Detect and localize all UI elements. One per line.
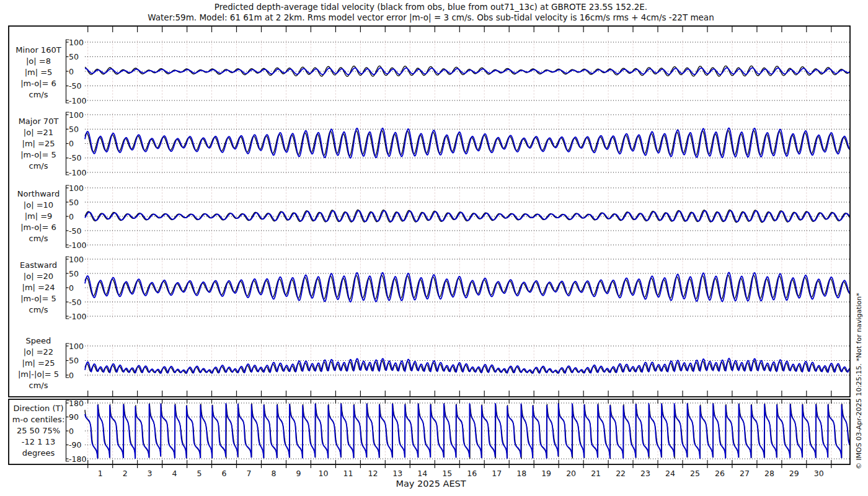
x-tick-label: 21	[591, 469, 601, 478]
panel-label-line: cm/s	[29, 381, 48, 390]
y-tick-label: -50	[69, 298, 81, 307]
y-tick-label: -100	[69, 241, 86, 250]
panel-minor: 100500-50-100Minor 160T|o| =8|m| =5|m-o|…	[16, 38, 850, 105]
panel-label-line: Eastward	[20, 260, 57, 270]
x-tick-label: 13	[392, 469, 402, 478]
x-tick-label: 7	[247, 469, 252, 478]
tidal-plot-canvas: 100500-50-100Minor 160T|o| =8|m| =5|m-o|…	[0, 0, 868, 496]
panel-label-line: |o| =8	[26, 56, 51, 66]
x-tick-label: 3	[148, 469, 153, 478]
y-tick-label: 100	[69, 342, 84, 351]
x-tick-label: 23	[640, 469, 650, 478]
y-tick-label: 0	[69, 283, 74, 293]
x-tick-label: 5	[197, 469, 202, 478]
panel-label-line: |m| =5	[25, 68, 53, 77]
x-tick-label: 26	[715, 469, 725, 478]
panel-label-line: degrees	[22, 448, 55, 458]
panel-label-line: |m-o|= 5	[20, 294, 56, 303]
x-tick-label: 17	[492, 469, 502, 478]
x-tick-label: 19	[541, 469, 551, 478]
panel-label-line: |m-o|= 6	[20, 223, 56, 232]
x-tick-label: 12	[368, 469, 378, 478]
y-tick-label: -50	[69, 153, 81, 162]
panel-label-line: cm/s	[29, 90, 48, 99]
panel-label-line: Northward	[17, 189, 60, 198]
panel-speed: 100500Speed|o| =22|m| =25|m|-|o|= 5cm/s	[18, 336, 850, 390]
x-tick-label: 25	[690, 469, 700, 478]
y-tick-label: 0	[69, 139, 74, 148]
x-tick-label: 8	[272, 469, 277, 478]
panel-label-line: |o| =21	[24, 128, 53, 137]
x-tick-label: 9	[296, 469, 301, 478]
panel-label-line: |m-o|= 6	[20, 79, 56, 88]
y-tick-label: -50	[69, 81, 81, 91]
y-tick-label: 100	[69, 38, 84, 47]
panel-label-line: Direction (T)	[14, 404, 64, 413]
y-tick-label: -90	[69, 440, 81, 450]
panel-label-line: -12 1 13	[22, 437, 55, 446]
x-tick-label: 30	[814, 469, 824, 478]
panel-label-line: |m| =25	[22, 358, 55, 368]
panel-label-line: cm/s	[29, 161, 48, 170]
y-tick-label: 50	[69, 198, 79, 207]
y-tick-label: -50	[69, 226, 81, 236]
panel-label-line: |o| =10	[24, 200, 53, 210]
panel-label-line: cm/s	[29, 234, 48, 243]
panel-label-line: cm/s	[29, 305, 48, 314]
x-tick-label: 14	[417, 469, 427, 478]
panel-label-line: |m| =25	[22, 139, 55, 148]
y-tick-label: 50	[69, 269, 79, 278]
x-tick-label: 1	[98, 469, 103, 478]
upper-frame	[9, 26, 850, 397]
y-tick-label: 50	[69, 52, 79, 61]
x-tick-label: 11	[343, 469, 353, 478]
y-tick-label: -100	[69, 168, 86, 177]
panel-label-line: |m-o|= 5	[20, 150, 56, 159]
y-tick-label: 90	[69, 412, 79, 422]
x-tick-label: 24	[665, 469, 675, 478]
y-tick-label: 50	[69, 356, 79, 365]
x-tick-label: 16	[467, 469, 477, 478]
x-tick-label: 6	[222, 469, 227, 478]
imos-watermark: © IMOS 03-Apr-2025 10:25:15. *Not for na…	[855, 293, 863, 469]
x-tick-label: 22	[616, 469, 626, 478]
y-tick-label: 100	[69, 255, 84, 264]
y-tick-label: 50	[69, 125, 79, 134]
panel-label-line: |o| =22	[24, 347, 53, 356]
x-tick-label: 20	[566, 469, 576, 478]
tidal-velocity-plot-page: Predicted depth-average tidal velocity (…	[0, 0, 868, 496]
y-tick-label: 0	[69, 212, 74, 221]
y-tick-label: 0	[69, 427, 74, 436]
y-tick-label: -100	[69, 96, 86, 105]
panel-label-line: m-o centiles:	[12, 415, 65, 424]
x-tick-label: 27	[740, 469, 750, 478]
x-axis-label: May 2025 AEST	[0, 479, 862, 489]
panel-label-line: Speed	[26, 336, 51, 345]
x-tick-label: 28	[764, 469, 774, 478]
panel-northward: 100500-50-100Northward|o| =10|m| =9|m-o|…	[17, 184, 850, 250]
panel-direction: 180900-90-180Direction (T)m-o centiles:2…	[12, 399, 850, 464]
panel-eastward: 100500-50-100Eastward|o| =20|m| =24|m-o|…	[20, 255, 850, 321]
y-tick-label: 100	[69, 184, 84, 193]
panel-label-line: |m| =9	[25, 211, 53, 221]
x-tick-label: 29	[789, 469, 799, 478]
y-tick-label: -100	[69, 312, 86, 321]
panel-major: 100500-50-100Major 70T|o| =21|m| =25|m-o…	[19, 110, 850, 177]
y-tick-label: 0	[69, 67, 74, 76]
panel-label-line: |o| =20	[24, 272, 53, 281]
y-tick-label: 0	[69, 371, 74, 380]
x-tick-label: 2	[123, 469, 128, 478]
panel-label-line: 25 50 75%	[17, 426, 60, 435]
panel-label-line: Minor 160T	[16, 45, 61, 55]
x-tick-label: 15	[442, 469, 452, 478]
x-tick-label: 18	[516, 469, 526, 478]
y-tick-label: -180	[69, 454, 86, 464]
panel-label-line: |m|-|o|= 5	[18, 370, 59, 379]
x-tick-label: 4	[172, 469, 177, 478]
panel-label-line: Major 70T	[19, 117, 59, 126]
x-tick-label: 10	[318, 469, 328, 478]
y-tick-label: 100	[69, 110, 84, 120]
panel-label-line: |m| =24	[22, 283, 55, 292]
